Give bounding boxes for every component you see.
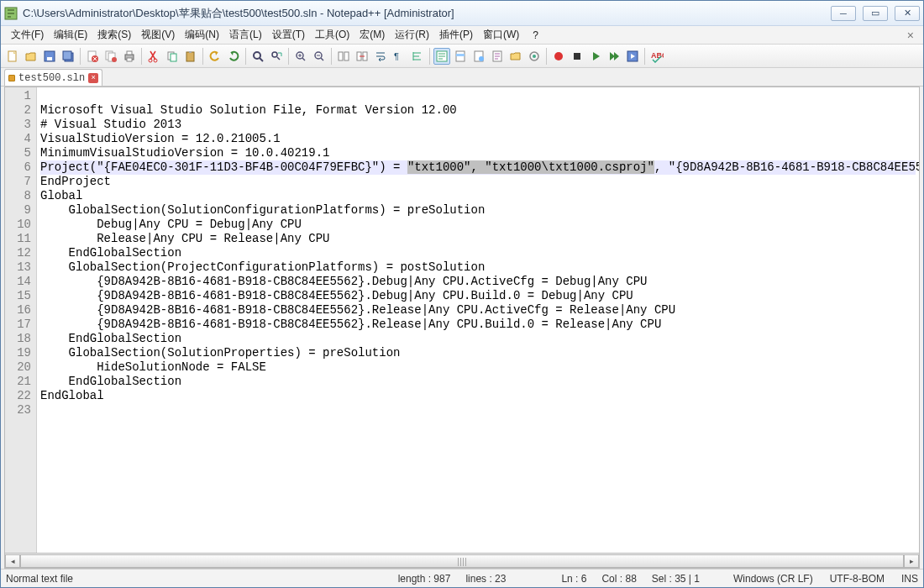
- code-line[interactable]: # Visual Studio 2013: [40, 118, 916, 132]
- zoom-out-icon[interactable]: [311, 48, 328, 65]
- find-icon[interactable]: [249, 48, 266, 65]
- code-line[interactable]: EndGlobalSection: [40, 246, 916, 260]
- code-line[interactable]: HideSolutionNode = FALSE: [40, 360, 916, 375]
- doc-list-icon[interactable]: [470, 48, 487, 65]
- menu-run[interactable]: 运行(R): [390, 26, 434, 44]
- sync-vscroll-icon[interactable]: [335, 48, 352, 65]
- show-all-chars-icon[interactable]: ¶: [391, 48, 407, 65]
- menu-encoding[interactable]: 编码(N): [180, 26, 224, 44]
- line-number-gutter[interactable]: 1234567891011121314151617181920212223: [5, 87, 37, 553]
- record-macro-icon[interactable]: [550, 48, 567, 65]
- scroll-thumb[interactable]: [20, 554, 904, 568]
- code-line[interactable]: Project("{FAE04EC0-301F-11D3-BF4B-00C04F…: [40, 160, 916, 175]
- cut-icon[interactable]: [145, 48, 162, 65]
- status-insert-mode[interactable]: INS: [901, 573, 918, 585]
- minimize-button[interactable]: ─: [831, 6, 856, 21]
- menu-view[interactable]: 视图(V): [136, 26, 180, 44]
- sync-hscroll-icon[interactable]: [354, 48, 370, 65]
- titlebar[interactable]: C:\Users\Administrator\Desktop\苹果贴合\test…: [1, 1, 923, 26]
- function-list-icon[interactable]: [489, 48, 506, 65]
- play-multi-icon[interactable]: [606, 48, 622, 65]
- svg-rect-31: [456, 54, 465, 56]
- menu-search[interactable]: 搜索(S): [92, 26, 136, 44]
- copy-icon[interactable]: [164, 48, 181, 65]
- toolbar-separator: [202, 48, 203, 65]
- folder-view-icon[interactable]: [507, 48, 524, 65]
- new-file-icon[interactable]: [4, 48, 21, 65]
- editor-area: 1234567891011121314151617181920212223 Mi…: [4, 87, 920, 554]
- code-line[interactable]: GlobalSection(SolutionProperties) = preS…: [40, 346, 916, 360]
- user-lang-icon[interactable]: [433, 48, 450, 65]
- svg-rect-38: [574, 53, 580, 60]
- code-line[interactable]: {9D8A942B-8B16-4681-B918-CB8C84EE5562}.D…: [40, 289, 916, 303]
- code-line[interactable]: VisualStudioVersion = 12.0.21005.1: [40, 132, 916, 146]
- svg-point-10: [112, 57, 117, 62]
- code-line[interactable]: {9D8A942B-8B16-4681-B918-CB8C84EE5562}.R…: [40, 303, 916, 318]
- toolbar-separator: [644, 48, 645, 65]
- status-encoding[interactable]: UTF-8-BOM: [830, 573, 885, 585]
- svg-rect-18: [186, 52, 194, 61]
- menu-language[interactable]: 语言(L): [224, 26, 267, 44]
- horizontal-scrollbar[interactable]: ◂ ▸: [4, 554, 920, 569]
- replace-icon[interactable]: [268, 48, 285, 65]
- code-line[interactable]: Global: [40, 189, 916, 203]
- code-line[interactable]: MinimumVisualStudioVersion = 10.0.40219.…: [40, 146, 916, 160]
- maximize-button[interactable]: ▭: [863, 6, 888, 21]
- menu-plugins[interactable]: 插件(P): [434, 26, 478, 44]
- save-icon[interactable]: [41, 48, 58, 65]
- status-length: length : 987: [398, 573, 451, 585]
- menu-file[interactable]: 文件(F): [6, 26, 49, 44]
- menu-settings[interactable]: 设置(T): [267, 26, 310, 44]
- code-line[interactable]: {9D8A942B-8B16-4681-B918-CB8C84EE5562}.R…: [40, 318, 916, 332]
- scroll-left-arrow[interactable]: ◂: [5, 554, 20, 568]
- save-all-icon[interactable]: [60, 48, 76, 65]
- menubar-close-icon[interactable]: ×: [904, 29, 917, 42]
- code-line[interactable]: Release|Any CPU = Release|Any CPU: [40, 232, 916, 246]
- code-line[interactable]: {9D8A942B-8B16-4681-B918-CB8C84EE5562}.D…: [40, 275, 916, 289]
- tabstrip: test500.sln ×: [1, 68, 923, 87]
- stop-macro-icon[interactable]: [569, 48, 585, 65]
- close-button[interactable]: ✕: [895, 6, 920, 21]
- code-line[interactable]: [40, 403, 916, 417]
- menu-edit[interactable]: 编辑(E): [49, 26, 92, 44]
- code-line[interactable]: EndGlobalSection: [40, 332, 916, 346]
- code-editor[interactable]: Microsoft Visual Studio Solution File, F…: [37, 87, 919, 553]
- code-line[interactable]: EndGlobal: [40, 389, 916, 403]
- code-line[interactable]: Microsoft Visual Studio Solution File, F…: [40, 103, 916, 118]
- svg-rect-17: [171, 54, 176, 61]
- menu-help[interactable]: ?: [528, 28, 543, 43]
- indent-guide-icon[interactable]: [409, 48, 426, 65]
- close-all-icon[interactable]: [102, 48, 119, 65]
- svg-point-21: [272, 52, 277, 57]
- scroll-right-arrow[interactable]: ▸: [904, 554, 919, 568]
- spellcheck-icon[interactable]: ABC: [648, 48, 665, 65]
- undo-icon[interactable]: [207, 48, 223, 65]
- word-wrap-icon[interactable]: [372, 48, 389, 65]
- code-line[interactable]: GlobalSection(ProjectConfigurationPlatfo…: [40, 260, 916, 275]
- status-eol[interactable]: Windows (CR LF): [733, 573, 813, 585]
- code-line[interactable]: [40, 89, 916, 103]
- play-macro-icon[interactable]: [587, 48, 604, 65]
- zoom-in-icon[interactable]: [292, 48, 309, 65]
- tab-close-icon[interactable]: ×: [88, 73, 98, 83]
- monitor-icon[interactable]: [526, 48, 543, 65]
- code-line[interactable]: EndProject: [40, 175, 916, 189]
- doc-map-icon[interactable]: [452, 48, 469, 65]
- code-line[interactable]: Debug|Any CPU = Debug|Any CPU: [40, 218, 916, 232]
- print-icon[interactable]: [121, 48, 138, 65]
- code-line[interactable]: EndGlobalSection: [40, 375, 916, 389]
- svg-rect-12: [127, 51, 132, 55]
- redo-icon[interactable]: [225, 48, 242, 65]
- menu-tools[interactable]: 工具(O): [310, 26, 354, 44]
- open-file-icon[interactable]: [23, 48, 39, 65]
- menu-macro[interactable]: 宏(M): [354, 26, 390, 44]
- scroll-track[interactable]: [20, 554, 904, 568]
- save-macro-icon[interactable]: [624, 48, 641, 65]
- svg-text:¶: ¶: [394, 51, 399, 61]
- tab-test500[interactable]: test500.sln ×: [4, 69, 102, 86]
- paste-icon[interactable]: [182, 48, 199, 65]
- code-line[interactable]: GlobalSection(SolutionConfigurationPlatf…: [40, 203, 916, 218]
- close-file-icon[interactable]: [84, 48, 101, 65]
- window-title: C:\Users\Administrator\Desktop\苹果贴合\test…: [23, 6, 831, 21]
- menu-window[interactable]: 窗口(W): [478, 26, 524, 44]
